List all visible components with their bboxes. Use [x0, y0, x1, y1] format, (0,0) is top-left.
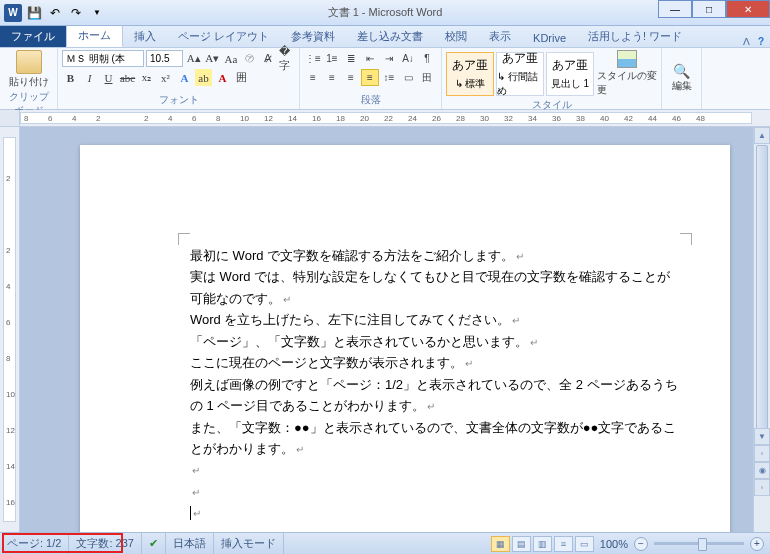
tab-home[interactable]: ホーム — [66, 24, 123, 47]
shrink-font-button[interactable]: A▾ — [204, 50, 221, 67]
group-paragraph-label: 段落 — [304, 92, 437, 109]
document-body[interactable]: 最初に Word で文字数を確認する方法をご紹介します。実は Word では、特… — [190, 245, 680, 524]
prev-page-button[interactable]: ◦ — [754, 445, 770, 462]
help-icon[interactable]: ? — [758, 36, 764, 47]
view-draft-button[interactable]: ▭ — [575, 536, 594, 552]
close-button[interactable]: ✕ — [726, 0, 770, 18]
browse-object-button[interactable]: ◉ — [754, 462, 770, 479]
document-viewport[interactable]: 最初に Word で文字数を確認する方法をご紹介します。実は Word では、特… — [20, 127, 753, 532]
doc-line[interactable]: 最初に Word で文字数を確認する方法をご紹介します。 — [190, 245, 680, 266]
view-fullscreen-button[interactable]: ▤ — [512, 536, 531, 552]
status-insert-mode[interactable]: 挿入モード — [214, 533, 284, 554]
tab-kdrive[interactable]: KDrive — [522, 29, 577, 47]
redo-icon[interactable]: ↷ — [67, 4, 85, 22]
paste-button[interactable]: 貼り付け — [9, 50, 49, 89]
style-item-2[interactable]: あア亜見出し 1 — [546, 52, 594, 96]
tab-view[interactable]: 表示 — [478, 26, 522, 47]
maximize-button[interactable]: □ — [692, 0, 726, 18]
justify-button[interactable]: ≡ — [361, 69, 379, 86]
horizontal-ruler[interactable]: 8642246810121416182022242628303234363840… — [0, 110, 770, 127]
scroll-down-button[interactable]: ▼ — [754, 428, 770, 445]
text-effects-button[interactable]: A — [176, 69, 193, 86]
subscript-button[interactable]: x₂ — [138, 69, 155, 86]
doc-line[interactable] — [190, 481, 680, 502]
zoom-slider[interactable] — [654, 542, 744, 545]
enclose-char-button[interactable]: �字 — [278, 50, 295, 67]
undo-icon[interactable]: ↶ — [46, 4, 64, 22]
tab-useword[interactable]: 活用しよう! ワード — [577, 26, 693, 47]
borders-button[interactable]: 田 — [418, 69, 436, 86]
doc-line[interactable] — [190, 459, 680, 480]
margin-corner-tl — [178, 233, 190, 245]
style-item-0[interactable]: あア亜↳ 標準 — [446, 52, 494, 96]
document-page[interactable]: 最初に Word で文字数を確認する方法をご紹介します。実は Word では、特… — [80, 145, 730, 532]
view-print-layout-button[interactable]: ▦ — [491, 536, 510, 552]
vertical-scrollbar[interactable]: ▲ ▼ ◦ ◉ ◦ — [753, 127, 770, 532]
decrease-indent-button[interactable]: ⇤ — [361, 50, 379, 67]
superscript-button[interactable]: x² — [157, 69, 174, 86]
zoom-out-button[interactable]: − — [634, 537, 648, 551]
save-icon[interactable]: 💾 — [25, 4, 43, 22]
bold-button[interactable]: B — [62, 69, 79, 86]
doc-line[interactable]: Word を立ち上げたら、左下に注目してみてください。 — [190, 309, 680, 330]
vertical-ruler[interactable]: 2246810121416 — [0, 127, 20, 532]
line-spacing-button[interactable]: ↕≡ — [380, 69, 398, 86]
zoom-in-button[interactable]: + — [750, 537, 764, 551]
view-outline-button[interactable]: ≡ — [554, 536, 573, 552]
phonetic-guide-button[interactable]: ㋐ — [241, 50, 258, 67]
ribbon: 貼り付け クリップボード ＭＳ 明朝 (本 10.5 A▴ A▾ Aa ㋐ A̷… — [0, 48, 770, 110]
underline-button[interactable]: U — [100, 69, 117, 86]
status-word-count[interactable]: 文字数: 237 — [69, 533, 141, 554]
editing-button[interactable]: 🔍 編集 — [672, 63, 692, 93]
scroll-thumb[interactable] — [756, 145, 768, 455]
doc-line[interactable]: また、「文字数：●●」と表示されているので、文書全体の文字数が●●文字であること… — [190, 417, 680, 460]
tab-file[interactable]: ファイル — [0, 26, 66, 47]
status-bar: ページ: 1/2 文字数: 237 ✔ 日本語 挿入モード ▦ ▤ ▥ ≡ ▭ … — [0, 532, 770, 554]
italic-button[interactable]: I — [81, 69, 98, 86]
word-app-icon[interactable]: W — [4, 4, 22, 22]
grow-font-button[interactable]: A▴ — [185, 50, 202, 67]
status-language[interactable]: 日本語 — [166, 533, 214, 554]
increase-indent-button[interactable]: ⇥ — [380, 50, 398, 67]
doc-line[interactable]: 「ページ」、「文字数」と表示されているかと思います。 — [190, 331, 680, 352]
shading-button[interactable]: ▭ — [399, 69, 417, 86]
doc-line[interactable]: ここに現在のページと文字数が表示されます。 — [190, 352, 680, 373]
font-size-combo[interactable]: 10.5 — [146, 50, 183, 67]
font-name-combo[interactable]: ＭＳ 明朝 (本 — [62, 50, 144, 67]
change-styles-button[interactable]: スタイルの変更 — [597, 50, 657, 97]
char-shading-button[interactable]: 囲 — [233, 69, 250, 86]
align-left-button[interactable]: ≡ — [304, 69, 322, 86]
numbering-button[interactable]: 1≡ — [323, 50, 341, 67]
zoom-level[interactable]: 100% — [600, 538, 628, 550]
qat-dropdown-icon[interactable]: ▼ — [88, 4, 106, 22]
styles-triangle-icon — [617, 50, 637, 68]
next-page-button[interactable]: ◦ — [754, 479, 770, 496]
highlight-button[interactable]: ab — [195, 69, 212, 86]
text-cursor — [190, 502, 680, 523]
ruler-corner[interactable] — [0, 110, 20, 126]
clear-formatting-button[interactable]: A̷ — [260, 50, 277, 67]
align-center-button[interactable]: ≡ — [323, 69, 341, 86]
status-proofing[interactable]: ✔ — [142, 533, 166, 554]
show-marks-button[interactable]: ¶ — [418, 50, 436, 67]
doc-line[interactable]: 例えば画像の例ですと「ページ：1/2」と表示されているので、全 2 ページあるう… — [190, 374, 680, 417]
align-right-button[interactable]: ≡ — [342, 69, 360, 86]
font-color-button[interactable]: A — [214, 69, 231, 86]
ribbon-minimize-icon[interactable]: ᐱ — [743, 36, 750, 47]
change-case-button[interactable]: Aa — [223, 50, 240, 67]
find-icon: 🔍 — [673, 63, 690, 79]
multilevel-button[interactable]: ≣ — [342, 50, 360, 67]
bullets-button[interactable]: ⋮≡ — [304, 50, 322, 67]
minimize-button[interactable]: — — [658, 0, 692, 18]
tab-layout[interactable]: ページ レイアウト — [167, 26, 280, 47]
strikethrough-button[interactable]: abc — [119, 69, 136, 86]
status-page[interactable]: ページ: 1/2 — [0, 533, 69, 554]
tab-insert[interactable]: 挿入 — [123, 26, 167, 47]
scroll-up-button[interactable]: ▲ — [754, 127, 770, 144]
sort-button[interactable]: A↓ — [399, 50, 417, 67]
style-item-1[interactable]: あア亜↳ 行間詰め — [496, 52, 544, 96]
tab-mailings[interactable]: 差し込み文書 — [346, 26, 434, 47]
doc-line[interactable]: 実は Word では、特別な設定をしなくてもひと目で現在の文字数を確認することが… — [190, 266, 680, 309]
tab-review[interactable]: 校閲 — [434, 26, 478, 47]
view-web-button[interactable]: ▥ — [533, 536, 552, 552]
